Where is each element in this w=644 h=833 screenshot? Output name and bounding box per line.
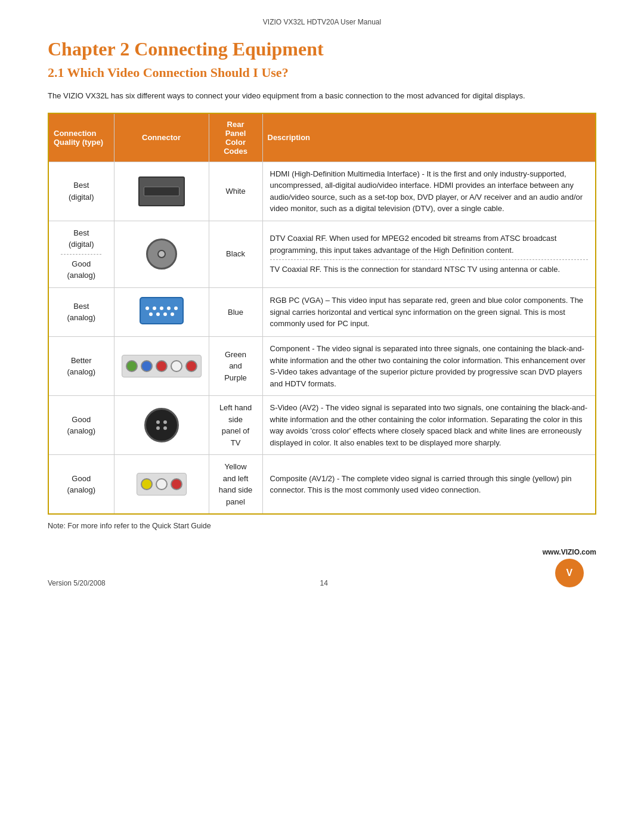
svideo-pin-icon [163,420,167,424]
table-row: Best(analog) [48,287,596,337]
desc-cell-2: DTV Coaxial RF. When used for MPEG2 enco… [262,221,596,287]
component-connector-icon [122,355,202,377]
svg-point-5 [174,306,178,310]
connector-cell-6 [114,455,209,515]
table-row: Best(digital) White HDMI (High-Definitio… [48,162,596,221]
version-text: Version 5/20/2008 [48,579,106,587]
desc-cell-3: RGB PC (VGA) – This video input has sepa… [262,287,596,337]
connector-cell-4 [114,337,209,396]
connector-cell-1 [114,162,209,221]
comp-white2-icon [156,478,168,490]
svideo-pin-icon [156,426,160,430]
quality-cell-6: Good(analog) [48,455,114,515]
desc-cell-6: Composite (AV1/2) - The complete video s… [262,455,596,515]
comp-red-icon [156,360,168,372]
connection-table: ConnectionQuality (type) Connector RearP… [48,113,596,515]
chapter-title: Chapter 2 Connecting Equipment [48,38,596,60]
connector-cell-3 [114,287,209,337]
note-text: Note: For more info refer to the Quick S… [48,522,596,530]
composite-connector-icon [137,473,187,496]
svg-point-6 [149,312,153,316]
quality-cell-2: Best(digital) Good(analog) [48,221,114,287]
comp-green-icon [126,360,138,372]
footer: Version 5/20/2008 14 www.VIZIO.com V [48,548,596,587]
comp-yellow-icon [141,478,153,490]
table-header-row: ConnectionQuality (type) Connector RearP… [48,113,596,162]
table-row: Better(analog) GreenandPurple Component … [48,337,596,396]
table-row: Good(analog) Left handsidepanel ofTV S-V… [48,396,596,455]
svg-point-3 [160,306,163,310]
comp-white-icon [171,360,182,372]
color-cell-6: Yellowand lefthand sidepanel [209,455,262,515]
connector-cell-5 [114,396,209,455]
col-quality-header: ConnectionQuality (type) [48,113,114,162]
svg-point-8 [163,312,167,316]
header: VIZIO VX32L HDTV20A User Manual [48,18,596,26]
svg-point-7 [156,312,160,316]
quality-cell-4: Better(analog) [48,337,114,396]
intro-text: The VIZIO VX32L has six different ways t… [48,90,596,102]
quality-cell-1: Best(digital) [48,162,114,221]
desc-cell-4: Component - The video signal is separate… [262,337,596,396]
color-cell-1: White [209,162,262,221]
hdmi-connector-icon [138,176,185,206]
svg-rect-0 [140,298,183,324]
vga-connector-icon [138,294,185,327]
col-color-header: RearPanelColorCodes [209,113,262,162]
comp-blue-icon [141,360,153,372]
comp-red3-icon [171,478,182,490]
desc-cell-5: S-Video (AV2) - The video signal is sepa… [262,396,596,455]
vizio-logo: V [555,559,584,587]
color-cell-2: Black [209,221,262,287]
section-title: 2.1 Which Video Connection Should I Use? [48,65,596,80]
svg-point-4 [167,306,171,310]
manual-title: VIZIO VX32L HDTV20A User Manual [48,18,596,26]
col-desc-header: Description [262,113,596,162]
website-url: www.VIZIO.com [543,548,596,556]
svg-point-9 [171,312,174,316]
quality-cell-3: Best(analog) [48,287,114,337]
desc-2-bottom: TV Coaxial RF. This is the connection fo… [270,265,561,274]
svg-point-2 [153,306,156,310]
desc-cell-1: HDMI (High-Definition Multimedia Interfa… [262,162,596,221]
color-cell-5: Left handsidepanel ofTV [209,396,262,455]
color-cell-3: Blue [209,287,262,337]
coax-connector-icon [146,239,177,270]
page-number: 14 [320,579,328,587]
svideo-connector-icon [144,408,179,442]
svideo-pin-icon [156,420,160,424]
table-row: Best(digital) Good(analog) Black DTV Coa… [48,221,596,287]
svg-point-1 [145,306,149,310]
hdmi-port-icon [144,187,179,196]
footer-right: www.VIZIO.com V [543,548,596,587]
svideo-pin-icon [163,426,167,430]
comp-red2-icon [185,360,197,372]
color-cell-4: GreenandPurple [209,337,262,396]
coax-inner-icon [157,250,166,258]
table-row: Good(analog) Yellowand lefthand sidepane… [48,455,596,515]
connector-cell-2 [114,221,209,287]
desc-2-top: DTV Coaxial RF. When used for MPEG2 enco… [270,234,557,255]
col-connector-header: Connector [114,113,209,162]
quality-cell-5: Good(analog) [48,396,114,455]
